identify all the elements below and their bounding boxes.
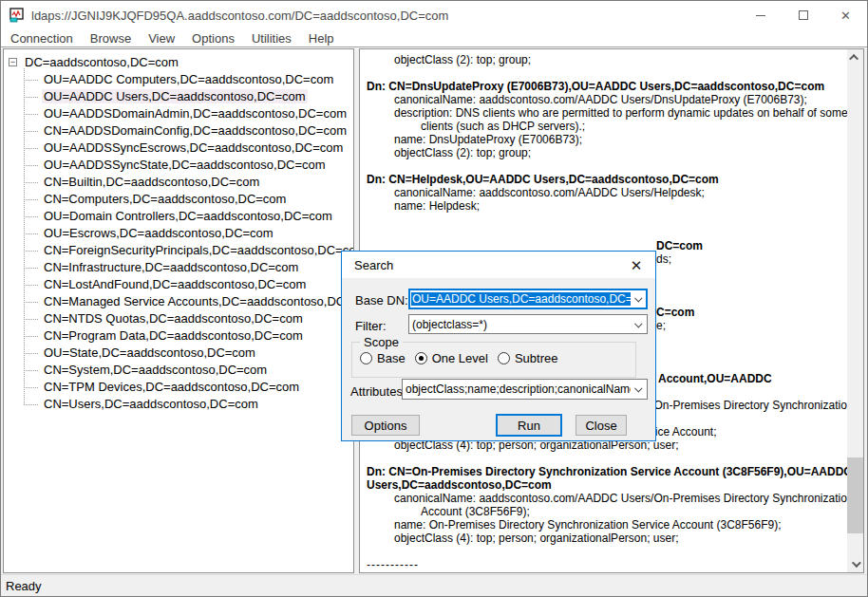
radio-one-level[interactable]: One Level [415,351,488,365]
tree-item[interactable]: CN=AADDSDomainConfig,DC=aaddscontoso,DC=… [4,122,353,140]
tree-item[interactable]: CN=ForeignSecurityPrincipals,DC=aaddscon… [4,242,353,259]
app-icon [9,8,25,23]
tree-item-label: OU=Domain Controllers,DC=aaddscontoso,DC… [42,209,334,223]
attributes-value: objectClass;name;description;canonicalNa… [403,382,631,396]
status-bar: Ready [1,574,867,596]
output-line: ----------- [360,558,847,571]
chevron-down-icon [852,558,861,568]
output-line [360,545,847,558]
tree-item-label: CN=Program Data,DC=aaddscontoso,DC=com [42,328,305,343]
output-line: canonicalName: aaddscontoso.com/AADDC Us… [360,93,847,106]
maximize-button[interactable] [782,1,824,29]
tree-item-label: OU=AADDSDomainAdmin,DC=aaddscontoso,DC=c… [42,106,349,121]
tree-item[interactable]: OU=AADDSSyncState,DC=aaddscontoso,DC=com [4,157,353,174]
minimize-button[interactable] [739,1,782,29]
output-line: Dn: CN=Helpdesk,OU=AADDC Users,DC=aaddsc… [360,173,847,186]
tree-item-label: OU=AADDC Computers,DC=aaddscontoso,DC=co… [42,72,335,86]
tree-item-label: CN=Builtin,DC=aaddscontoso,DC=com [42,175,261,189]
menu-bar: ConnectionBrowseViewOptionsUtilitiesHelp [1,29,867,47]
tree-item[interactable]: CN=Managed Service Accounts,DC=aaddscont… [4,293,353,310]
scope-group-label: Scope [360,335,403,349]
tree-item-label: CN=Infrastructure,DC=aaddscontoso,DC=com [42,260,300,274]
tree-root[interactable]: − DC=aaddscontoso,DC=com [4,54,353,71]
tree-item[interactable]: OU=Escrows,DC=aaddscontoso,DC=com [4,225,353,242]
tree-item[interactable]: CN=Infrastructure,DC=aaddscontoso,DC=com [4,259,353,276]
close-button[interactable]: ✕ [824,1,867,29]
tree-item[interactable]: OU=AADDSSyncEscrows,DC=aaddscontoso,DC=c… [4,140,353,157]
output-line: name: DnsUpdateProxy (E7006B73); [360,133,847,146]
tree-item[interactable]: OU=State,DC=aaddscontoso,DC=com [4,345,353,362]
tree-item[interactable]: CN=TPM Devices,DC=aaddscontoso,DC=com [4,379,353,396]
radio-selected-icon [415,352,427,364]
filter-combo[interactable]: (objectclass=*) [408,314,648,334]
tree-item[interactable]: CN=Builtin,DC=aaddscontoso,DC=com [4,174,353,191]
radio-base[interactable]: Base [360,351,406,365]
menu-connection[interactable]: Connection [2,30,82,47]
tree-item[interactable]: CN=LostAndFound,DC=aaddscontoso,DC=com [4,276,353,293]
menu-options[interactable]: Options [183,30,243,47]
output-line: objectClass (2): top; group; [360,53,847,66]
menu-view[interactable]: View [140,30,183,47]
base-dn-label: Base DN: [355,293,408,308]
tree-item-label: OU=AADDC Users,DC=aaddscontoso,DC=com [42,89,308,103]
tree-item[interactable]: CN=Computers,DC=aaddscontoso,DC=com [4,191,353,208]
tree-item-label: CN=System,DC=aaddscontoso,DC=com [42,363,269,377]
radio-label: Base [377,351,406,365]
vertical-scrollbar[interactable] [847,49,863,572]
tree-item-label: CN=LostAndFound,DC=aaddscontoso,DC=com [42,277,308,291]
scope-options: BaseOne LevelSubtree [352,351,635,365]
tree-item-label: CN=NTDS Quotas,DC=aaddscontoso,DC=com [42,311,305,326]
scrollbar-thumb[interactable] [847,457,863,533]
radio-icon [360,352,372,364]
tree-panel[interactable]: − DC=aaddscontoso,DC=com OU=AADDC Comput… [3,48,354,573]
tree-children: OU=AADDC Computers,DC=aaddscontoso,DC=co… [4,71,353,413]
tree-item-label: CN=Computers,DC=aaddscontoso,DC=com [42,192,288,206]
search-dialog: Search ✕ Base DN: OU=AADDC Users,DC=aadd… [341,251,656,441]
menu-browse[interactable]: Browse [82,30,140,47]
run-button[interactable]: Run [496,414,562,437]
radio-label: Subtree [515,351,558,365]
tree-item-label: OU=State,DC=aaddscontoso,DC=com [42,345,257,360]
maximize-icon [799,10,808,20]
ldp-window: ldaps://JGNIJ9KJQFD95QA.aaddscontoso.com… [0,0,868,597]
dialog-close-button[interactable]: ✕ [628,257,645,274]
scroll-up-button[interactable] [847,49,863,65]
output-line [360,452,847,465]
dialog-title-bar[interactable]: Search [342,252,655,278]
attributes-dropdown-button[interactable] [631,380,647,399]
minimize-icon [756,15,765,16]
attributes-combo[interactable]: objectClass;name;description;canonicalNa… [402,379,648,400]
close-dialog-button[interactable]: Close [576,415,627,436]
chevron-down-icon [634,320,642,327]
output-line: canonicalName: aaddscontoso.com/AADDC Us… [360,492,847,505]
filter-value: (objectclass=*) [409,318,631,331]
menu-help[interactable]: Help [300,30,343,47]
tree-item[interactable]: CN=System,DC=aaddscontoso,DC=com [4,362,353,379]
output-line: description: DNS clients who are permitt… [360,106,847,120]
close-icon: ✕ [840,9,851,22]
tree-item[interactable]: OU=AADDSDomainAdmin,DC=aaddscontoso,DC=c… [4,105,353,122]
tree-item[interactable]: CN=Program Data,DC=aaddscontoso,DC=com [4,327,353,345]
scope-group: Scope BaseOne LevelSubtree [351,342,636,378]
filter-dropdown-button[interactable] [631,315,647,333]
attributes-label: Attributes: [350,384,406,399]
collapse-icon[interactable]: − [9,58,17,66]
radio-subtree[interactable]: Subtree [498,351,558,365]
base-dn-dropdown-button[interactable] [631,289,647,308]
output-line: objectClass (4): top; person; organizati… [360,532,847,545]
output-line: canonicalName: aaddscontoso.com/AADDC Us… [360,186,847,199]
chevron-down-icon [634,384,642,392]
scroll-down-button[interactable] [847,556,863,572]
tree-item[interactable]: CN=NTDS Quotas,DC=aaddscontoso,DC=com [4,310,353,327]
tree-item[interactable]: OU=Domain Controllers,DC=aaddscontoso,DC… [4,208,353,225]
output-line: clients (such as DHCP servers).; [360,120,847,133]
tree-item[interactable]: CN=Users,DC=aaddscontoso,DC=com [4,396,353,413]
options-button[interactable]: Options [351,415,420,436]
output-line: Dn: CN=On-Premises Directory Synchroniza… [360,465,847,478]
output-line: Users,DC=aaddscontoso,DC=com [360,478,847,492]
tree-item[interactable]: OU=AADDC Users,DC=aaddscontoso,DC=com [4,88,353,105]
output-line [360,213,847,226]
base-dn-combo[interactable]: OU=AADDC Users,DC=aaddscontoso,DC=com [408,289,648,309]
tree-item[interactable]: OU=AADDC Computers,DC=aaddscontoso,DC=co… [4,71,353,88]
menu-utilities[interactable]: Utilities [243,30,300,47]
